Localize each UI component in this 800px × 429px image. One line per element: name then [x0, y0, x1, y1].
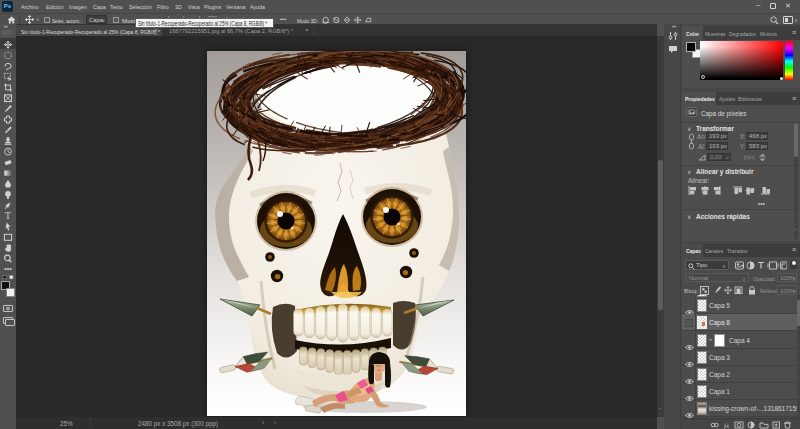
svg-text:T: T	[5, 211, 11, 221]
svg-text:•••: •••	[4, 265, 12, 272]
svg-text:fx: fx	[724, 421, 730, 429]
